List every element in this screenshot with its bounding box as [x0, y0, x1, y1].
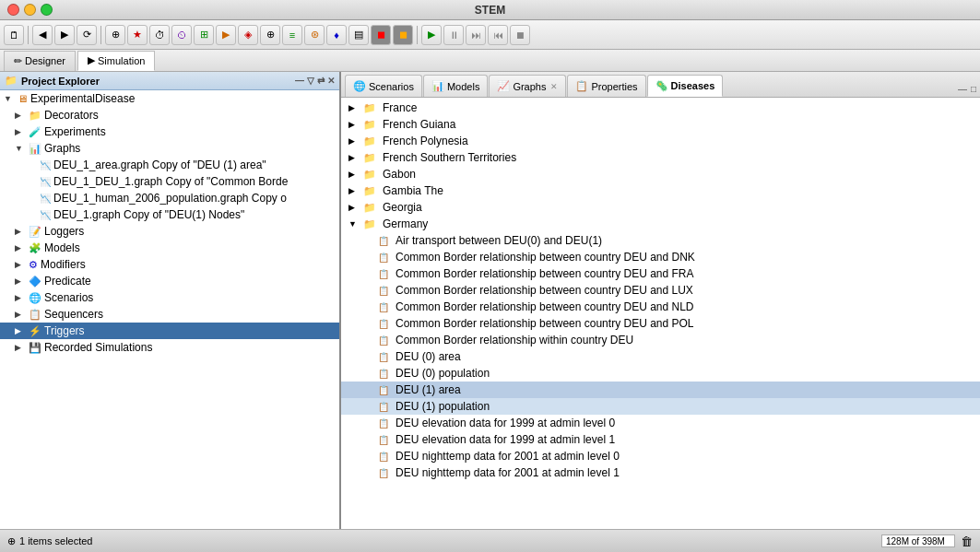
list-item[interactable]: 📋Common Border relationship between coun… [341, 265, 980, 282]
trash-button[interactable]: 🗑 [961, 534, 973, 548]
step-fwd-button[interactable]: ⏭ [466, 25, 486, 45]
modf-toggle[interactable]: ▶ [15, 260, 26, 269]
new-button[interactable]: 🗒 [4, 25, 24, 45]
graphs-tab-close[interactable]: ✕ [550, 82, 558, 91]
list-item[interactable]: 📋DEU (0) area [341, 348, 980, 365]
tb9[interactable]: ≡ [282, 25, 302, 45]
tree-loggers[interactable]: ▶ 📝 Loggers [0, 223, 339, 240]
list-item[interactable]: ▶📁Gambia The [341, 182, 980, 199]
panel-header-controls[interactable]: — ▽ ⇄ ✕ [295, 76, 335, 86]
list-item-toggle[interactable]: ▶ [348, 136, 360, 146]
diseases-tree-list[interactable]: ▶📁France▶📁French Guiana▶📁French Polynesi… [341, 98, 980, 529]
scen-toggle[interactable]: ▶ [15, 293, 26, 302]
tree-graph2[interactable]: 📉 DEU_1_DEU_1.graph Copy of "Common Bord… [0, 173, 339, 190]
list-item-toggle[interactable]: ▶ [348, 153, 360, 162]
fwd-button[interactable]: ▶ [54, 25, 75, 45]
panel-menu-btn[interactable]: ▽ [307, 76, 314, 86]
list-item-toggle[interactable]: ▶ [348, 103, 360, 112]
step-back-button[interactable]: ⏮ [488, 25, 508, 45]
tree-modifiers[interactable]: ▶ ⚙ Modifiers [0, 256, 339, 273]
list-item[interactable]: 📋DEU (1) population [341, 398, 980, 415]
tab-models[interactable]: 📊 Models [423, 75, 488, 97]
tree-graphs[interactable]: ▼ 📊 Graphs [0, 140, 339, 157]
tab-simulation[interactable]: ▶ Simulation [77, 51, 155, 71]
list-item[interactable]: ▶📁French Polynesia [341, 133, 980, 149]
list-item[interactable]: 📋DEU (0) population [341, 365, 980, 382]
list-item-toggle[interactable]: ▼ [348, 219, 360, 229]
list-item[interactable]: 📋Common Border relationship between coun… [341, 315, 980, 332]
tree-scenarios[interactable]: ▶ 🌐 Scenarios [0, 289, 339, 306]
tb7[interactable]: ◈ [238, 25, 258, 45]
stop-button[interactable]: ⏹ [510, 25, 530, 45]
panel-minimize-btn[interactable]: — [295, 76, 304, 86]
back-button[interactable]: ◀ [32, 25, 53, 45]
list-item[interactable]: 📋Common Border relationship between coun… [341, 299, 980, 315]
tb10[interactable]: ⊛ [304, 25, 325, 45]
refresh-button[interactable]: ⟳ [77, 25, 97, 45]
tree-models[interactable]: ▶ 🧩 Models [0, 240, 339, 256]
panel-close-btn[interactable]: ✕ [327, 76, 335, 86]
tab-diseases[interactable]: 🦠 Diseases [647, 75, 724, 97]
tb12[interactable]: ▤ [348, 25, 369, 45]
tb11[interactable]: ♦ [326, 25, 347, 45]
tb14[interactable]: ◼ [393, 25, 413, 45]
list-item[interactable]: ▶📁France [341, 100, 980, 116]
graphs-toggle[interactable]: ▼ [15, 144, 26, 153]
tb3[interactable]: ⏱ [149, 25, 170, 45]
tree-graph3[interactable]: 📉 DEU_1_human_2006_population.graph Copy… [0, 190, 339, 206]
rec-toggle[interactable]: ▶ [15, 343, 26, 352]
tb13[interactable]: ◼ [371, 25, 391, 45]
list-item[interactable]: 📋Common Border relationship within count… [341, 332, 980, 348]
tab-minimize-btn[interactable]: — [958, 84, 967, 94]
list-item[interactable]: 📋DEU elevation data for 1999 at admin le… [341, 431, 980, 448]
tab-strip-controls[interactable]: — □ [958, 84, 976, 97]
tree-graph4[interactable]: 📉 DEU_1.graph Copy of "DEU(1) Nodes" [0, 206, 339, 223]
list-item[interactable]: ▶📁French Southern Territories [341, 149, 980, 166]
list-item[interactable]: ▶📁Georgia [341, 199, 980, 216]
tab-properties[interactable]: 📋 Properties [567, 75, 645, 97]
tab-graphs[interactable]: 📈 Graphs ✕ [489, 75, 566, 97]
project-tree[interactable]: ▼ 🖥 ExperimentalDisease ▶ 📁 Decorators ▶… [0, 90, 339, 529]
exp-toggle[interactable]: ▶ [15, 127, 26, 136]
tree-root[interactable]: ▼ 🖥 ExperimentalDisease [0, 90, 339, 107]
list-item[interactable]: 📋DEU (1) area [341, 382, 980, 398]
list-item[interactable]: 📋Common Border relationship between coun… [341, 282, 980, 299]
list-item-toggle[interactable]: ▶ [348, 203, 360, 212]
tb1[interactable]: ⊕ [105, 25, 125, 45]
list-item[interactable]: 📋DEU elevation data for 1999 at admin le… [341, 415, 980, 431]
tree-graph1[interactable]: 📉 DEU_1_area.graph Copy of "DEU (1) area… [0, 157, 339, 173]
close-button[interactable] [7, 4, 19, 16]
tb2[interactable]: ★ [127, 25, 148, 45]
pause-button[interactable]: ⏸ [443, 25, 464, 45]
minimize-button[interactable] [24, 4, 36, 16]
list-item[interactable]: ▼📁Germany [341, 216, 980, 232]
tree-triggers[interactable]: ▶ ⚡ Triggers [0, 323, 339, 339]
trig-toggle[interactable]: ▶ [15, 326, 26, 335]
list-item[interactable]: ▶📁Gabon [341, 166, 980, 182]
maximize-button[interactable] [41, 4, 53, 16]
log-toggle[interactable]: ▶ [15, 227, 26, 236]
tree-decorators[interactable]: ▶ 📁 Decorators [0, 107, 339, 123]
tab-scenarios[interactable]: 🌐 Scenarios [345, 75, 422, 97]
list-item-toggle[interactable]: ▶ [348, 120, 360, 129]
tab-designer[interactable]: ✏ Designer [4, 51, 76, 71]
pred-toggle[interactable]: ▶ [15, 276, 26, 286]
seq-toggle[interactable]: ▶ [15, 310, 26, 319]
tb4[interactable]: ⏲ [171, 25, 192, 45]
list-item[interactable]: 📋DEU nighttemp data for 2001 at admin le… [341, 464, 980, 481]
dec-toggle[interactable]: ▶ [15, 111, 26, 120]
list-item[interactable]: 📋Common Border relationship between coun… [341, 249, 980, 265]
panel-nav-btn[interactable]: ⇄ [317, 76, 325, 86]
tree-predicate[interactable]: ▶ 🔷 Predicate [0, 273, 339, 289]
list-item[interactable]: 📋DEU nighttemp data for 2001 at admin le… [341, 448, 980, 464]
mod-toggle[interactable]: ▶ [15, 243, 26, 253]
list-item[interactable]: 📋Air transport between DEU(0) and DEU(1) [341, 232, 980, 249]
tree-sequencers[interactable]: ▶ 📋 Sequencers [0, 306, 339, 323]
tb6[interactable]: ▶ [216, 25, 236, 45]
tb5[interactable]: ⊞ [194, 25, 214, 45]
tree-recorded[interactable]: ▶ 💾 Recorded Simulations [0, 339, 339, 356]
window-controls[interactable] [7, 4, 53, 16]
play-button[interactable]: ▶ [421, 25, 442, 45]
tree-experiments[interactable]: ▶ 🧪 Experiments [0, 123, 339, 140]
root-toggle[interactable]: ▼ [4, 94, 15, 103]
